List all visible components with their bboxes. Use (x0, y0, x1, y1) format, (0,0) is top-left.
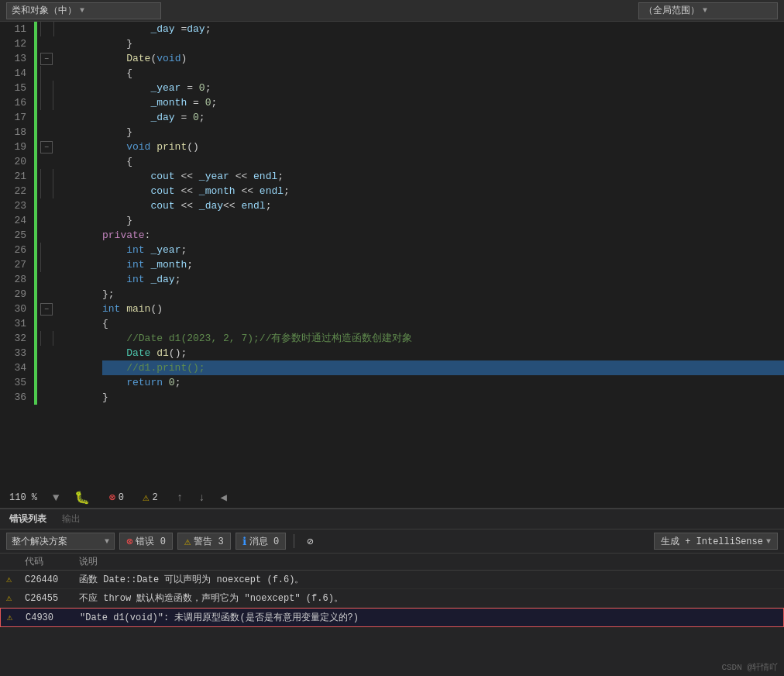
line-num-18: 18 (6, 125, 26, 140)
guide-29 (37, 287, 99, 302)
guide-28 (37, 272, 99, 287)
code-line-25: private: (102, 228, 784, 243)
code-line-17: _day = 0; (102, 110, 784, 125)
nav-up-icon[interactable]: ↑ (177, 491, 183, 504)
row-1-icon: ⚠ (6, 592, 25, 604)
build-btn-label: 生成 + IntelliSense (661, 535, 763, 548)
nav-back-icon[interactable]: ◀ (221, 491, 227, 504)
warning-filter-btn[interactable]: ⚠ 警告 3 (177, 533, 231, 550)
line-num-27: 27 (6, 257, 26, 272)
guide-21 (37, 169, 99, 184)
filter-icon[interactable]: ⊘ (302, 533, 318, 550)
code-line-15: _year = 0; (102, 81, 784, 95)
scope-dropdown-label: 整个解决方案 (12, 535, 67, 548)
row-0-icon: ⚠ (6, 574, 25, 585)
guide-13: − (37, 51, 99, 66)
line-num-26: 26 (6, 243, 26, 257)
class-dropdown-label: 类和对象（中） (12, 4, 77, 17)
code-line-12: } (102, 36, 784, 51)
info-filter-btn[interactable]: ℹ 消息 0 (236, 533, 286, 550)
error-row-1[interactable]: ⚠ C26455 不应 throw 默认构造函数，声明它为 "noexcept"… (0, 589, 784, 608)
warning-count: ⚠ 2 (143, 491, 158, 504)
code-line-24: } (102, 213, 784, 228)
code-line-34: //d1.print(); (102, 360, 784, 375)
code-line-36: } (102, 390, 784, 405)
code-line-29: }; (102, 287, 784, 302)
row-2-code: C4930 (26, 612, 80, 623)
line-num-14: 14 (6, 66, 26, 81)
collapse-icon-13[interactable]: − (40, 53, 53, 65)
line-num-25: 25 (6, 228, 26, 243)
collapse-icon-30[interactable]: − (40, 303, 53, 316)
line-num-16: 16 (6, 95, 26, 110)
panel-tab-errors[interactable]: 错误列表 (9, 512, 46, 526)
guide-18 (37, 125, 99, 140)
guide-33 (37, 346, 99, 360)
code-line-27: int _month; (102, 257, 784, 272)
error-row-2[interactable]: ⚠ C4930 "Date d1(void)": 未调用原型函数(是否是有意用变… (0, 608, 784, 627)
code-line-21: cout << _year << endl; (102, 169, 784, 184)
code-line-18: } (102, 125, 784, 140)
header-icon-col (6, 555, 25, 568)
line-num-28: 28 (6, 272, 26, 287)
status-bar: 110 % ▼ 🐛 ⊗ 0 ⚠ 2 ↑ ↓ ◀ (0, 487, 784, 509)
error-icon: ⊗ (126, 535, 132, 548)
collapse-icon-19[interactable]: − (40, 141, 53, 153)
guide-31 (37, 316, 99, 331)
header-desc-col: 说明 (79, 555, 778, 568)
bottom-panel: 错误列表 输出 整个解决方案 ▼ ⊗ 错误 0 ⚠ 警告 3 ℹ 消息 0 ⊘ … (0, 509, 784, 676)
structure-guides: − − (37, 22, 99, 487)
line-num-30: 30 (6, 302, 26, 316)
guide-34 (37, 360, 99, 375)
error-count: ⊗ 0 (108, 491, 124, 504)
panel-tab-output[interactable]: 输出 (62, 512, 81, 526)
error-filter-btn[interactable]: ⊗ 错误 0 (119, 533, 173, 550)
header-code-col: 代码 (25, 555, 79, 568)
line-num-19: 19 (6, 140, 26, 154)
guide-12 (37, 36, 99, 51)
guide-30: − (37, 302, 99, 316)
nav-down-icon[interactable]: ↓ (198, 491, 205, 504)
code-line-35: return 0; (102, 375, 784, 390)
guide-20 (37, 154, 99, 169)
guide-35 (37, 375, 99, 390)
top-toolbar: 类和对象（中） ▼ （全局范围） ▼ (0, 0, 784, 22)
guide-15 (37, 81, 99, 95)
code-line-23: cout << _day<< endl; (102, 198, 784, 213)
code-content[interactable]: _day =day; } Date(void) { _year = 0; (99, 22, 784, 487)
line-num-34: 34 (6, 360, 26, 375)
separator: ▼ (53, 491, 59, 504)
info-icon: ℹ (242, 535, 246, 548)
line-num-24: 24 (6, 213, 26, 228)
error-row-0[interactable]: ⚠ C26440 函数 Date::Date 可以声明为 noexcept (f… (0, 571, 784, 589)
guide-26 (37, 243, 99, 257)
line-num-22: 22 (6, 184, 26, 198)
line-num-12: 12 (6, 36, 26, 51)
scope-dropdown-label: （全局范围） (644, 4, 700, 17)
toolbar-separator (294, 534, 294, 548)
code-line-26: int _year; (102, 243, 784, 257)
row-0-desc: 函数 Date::Date 可以声明为 noexcept (f.6)。 (79, 573, 778, 586)
line-num-29: 29 (6, 287, 26, 302)
scope-dropdown-arrow: ▼ (703, 6, 707, 15)
editor-area: 11 12 13 14 15 16 17 18 19 20 21 22 23 2… (0, 22, 784, 487)
guide-17 (37, 110, 99, 125)
warning-icon: ⚠ (184, 535, 191, 548)
class-dropdown[interactable]: 类和对象（中） ▼ (6, 2, 161, 19)
line-num-32: 32 (6, 331, 26, 346)
line-num-11: 11 (6, 22, 26, 36)
code-line-13: Date(void) (102, 51, 784, 66)
line-num-33: 33 (6, 346, 26, 360)
debug-icon: 🐛 (74, 490, 90, 505)
scope-dropdown-panel[interactable]: 整个解决方案 ▼ (6, 533, 115, 550)
line-num-35: 35 (6, 375, 26, 390)
line-num-15: 15 (6, 81, 26, 95)
line-num-20: 20 (6, 154, 26, 169)
build-dropdown-arrow: ▼ (766, 537, 771, 546)
guide-16 (37, 95, 99, 110)
scope-dropdown[interactable]: （全局范围） ▼ (638, 2, 778, 19)
build-btn[interactable]: 生成 + IntelliSense ▼ (654, 533, 778, 550)
info-btn-label: 消息 0 (249, 535, 279, 548)
warning-triangle-icon: ⚠ (143, 491, 149, 504)
code-line-14: { (102, 66, 784, 81)
